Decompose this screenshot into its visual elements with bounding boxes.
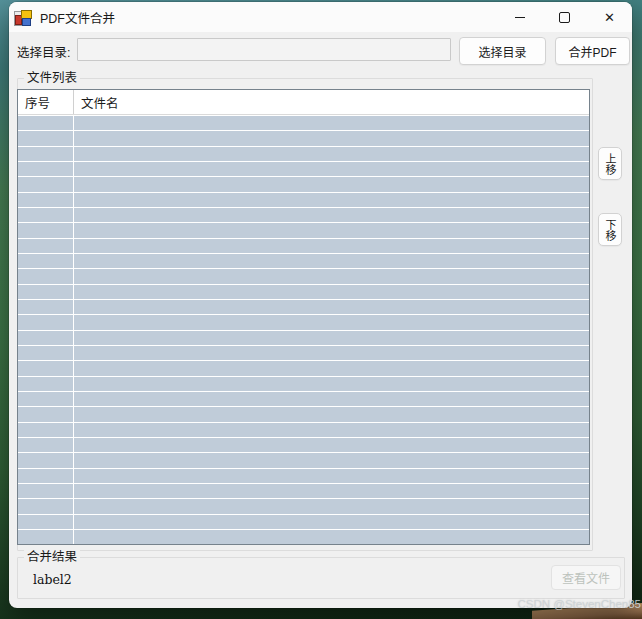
file-grid: 序号 文件名	[17, 89, 590, 545]
cell-seq	[18, 407, 74, 421]
cell-filename	[74, 177, 589, 191]
table-row[interactable]	[18, 407, 589, 421]
table-row[interactable]	[18, 162, 589, 176]
cell-seq	[18, 193, 74, 207]
table-row[interactable]	[18, 361, 589, 375]
cell-filename	[74, 147, 589, 161]
cell-seq	[18, 300, 74, 314]
table-row[interactable]	[18, 147, 589, 161]
move-down-button[interactable]: 下移	[598, 213, 622, 246]
cell-filename	[74, 254, 589, 268]
cell-filename	[74, 300, 589, 314]
cell-seq	[18, 438, 74, 452]
minimize-button[interactable]	[497, 2, 542, 32]
cell-filename	[74, 269, 589, 283]
column-header-filename[interactable]: 文件名	[74, 90, 589, 114]
cell-filename	[74, 116, 589, 130]
table-row[interactable]	[18, 116, 589, 130]
directory-path-input[interactable]	[77, 38, 451, 61]
cell-seq	[18, 285, 74, 299]
table-row[interactable]	[18, 392, 589, 406]
column-header-seq[interactable]: 序号	[18, 90, 74, 114]
cell-seq	[18, 453, 74, 467]
cell-seq	[18, 484, 74, 498]
cell-filename	[74, 331, 589, 345]
merge-result-group-label: 合并结果	[24, 550, 80, 564]
view-file-button[interactable]: 查看文件	[551, 565, 621, 590]
cell-filename	[74, 377, 589, 391]
cell-filename	[74, 407, 589, 421]
merge-pdf-button[interactable]: 合并PDF	[555, 37, 630, 65]
table-row[interactable]	[18, 208, 589, 222]
file-grid-body	[18, 115, 589, 544]
window-controls: ✕	[497, 2, 632, 32]
table-row[interactable]	[18, 223, 589, 237]
cell-seq	[18, 315, 74, 329]
cell-seq	[18, 346, 74, 360]
file-list-group-label: 文件列表	[24, 71, 80, 85]
cell-filename	[74, 499, 589, 513]
choose-directory-label: 选择目录:	[17, 42, 70, 61]
window-title: PDF文件合并	[40, 8, 115, 27]
table-row[interactable]	[18, 377, 589, 391]
table-row[interactable]	[18, 438, 589, 452]
table-row[interactable]	[18, 453, 589, 467]
cell-seq	[18, 361, 74, 375]
cell-filename	[74, 438, 589, 452]
close-button[interactable]: ✕	[587, 2, 632, 32]
table-row[interactable]	[18, 300, 589, 314]
table-row[interactable]	[18, 269, 589, 283]
cell-seq	[18, 331, 74, 345]
cell-filename	[74, 193, 589, 207]
table-row[interactable]	[18, 177, 589, 191]
cell-seq	[18, 177, 74, 191]
maximize-button[interactable]	[542, 2, 587, 32]
cell-seq	[18, 423, 74, 437]
table-row[interactable]	[18, 315, 589, 329]
cell-filename	[74, 423, 589, 437]
cell-seq	[18, 515, 74, 529]
table-row[interactable]	[18, 530, 589, 544]
cell-filename	[74, 239, 589, 253]
csdn-watermark: CSDN @StevenChen85	[517, 598, 641, 610]
cell-seq	[18, 530, 74, 544]
table-row[interactable]	[18, 285, 589, 299]
cell-seq	[18, 147, 74, 161]
cell-filename	[74, 484, 589, 498]
cell-seq	[18, 469, 74, 483]
table-row[interactable]	[18, 346, 589, 360]
table-row[interactable]	[18, 423, 589, 437]
cell-filename	[74, 208, 589, 222]
cell-seq	[18, 223, 74, 237]
minimize-icon	[515, 17, 525, 18]
cell-filename	[74, 285, 589, 299]
table-row[interactable]	[18, 131, 589, 145]
cell-filename	[74, 530, 589, 544]
choose-directory-button[interactable]: 选择目录	[459, 37, 546, 65]
cell-seq	[18, 392, 74, 406]
cell-filename	[74, 131, 589, 145]
table-row[interactable]	[18, 193, 589, 207]
title-bar: PDF文件合并 ✕	[9, 2, 632, 32]
app-window: PDF文件合并 ✕ 选择目录: 选择目录 合并PDF 文件列表 序号 文件名 上…	[9, 2, 632, 608]
cell-seq	[18, 269, 74, 283]
cell-filename	[74, 346, 589, 360]
merge-result-groupbox: 合并结果	[17, 557, 625, 599]
cell-filename	[74, 315, 589, 329]
table-row[interactable]	[18, 331, 589, 345]
table-row[interactable]	[18, 515, 589, 529]
cell-filename	[74, 361, 589, 375]
table-row[interactable]	[18, 499, 589, 513]
cell-seq	[18, 499, 74, 513]
cell-seq	[18, 131, 74, 145]
move-up-button[interactable]: 上移	[598, 147, 622, 180]
table-row[interactable]	[18, 254, 589, 268]
table-row[interactable]	[18, 469, 589, 483]
cell-filename	[74, 223, 589, 237]
cell-filename	[74, 515, 589, 529]
app-icon	[14, 10, 31, 25]
cell-filename	[74, 469, 589, 483]
table-row[interactable]	[18, 484, 589, 498]
cell-seq	[18, 116, 74, 130]
table-row[interactable]	[18, 239, 589, 253]
